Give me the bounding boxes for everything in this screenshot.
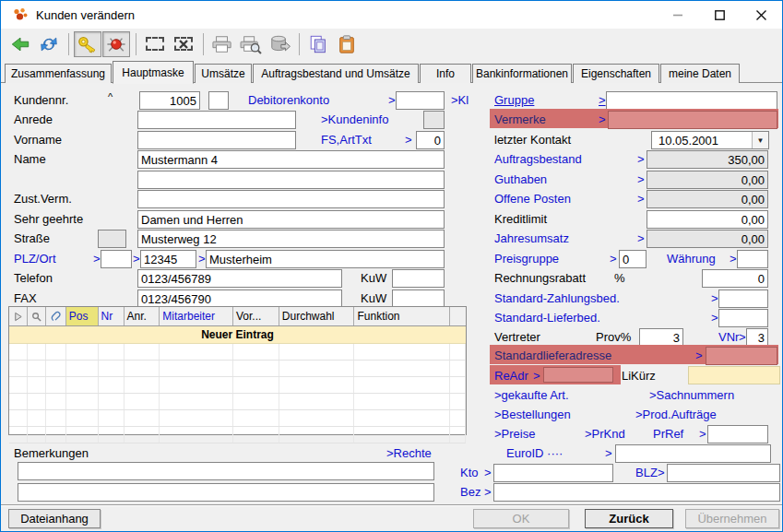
- std-lieferbed-link[interactable]: Standard-Lieferbed.: [494, 311, 600, 325]
- jump-arrow[interactable]: >: [695, 349, 703, 362]
- prov-field[interactable]: [639, 328, 683, 347]
- debitorenkonto-field[interactable]: [396, 91, 445, 110]
- grid-empty-row[interactable]: [9, 427, 466, 443]
- gruppe-link[interactable]: Gruppe: [494, 93, 534, 107]
- kto-field[interactable]: [493, 464, 613, 482]
- database-export-button[interactable]: [266, 31, 293, 57]
- jump-arrow[interactable]: >: [198, 252, 206, 266]
- grid-empty-row[interactable]: [9, 377, 466, 394]
- std-zahlungsbed-field[interactable]: [718, 290, 768, 308]
- bez-field[interactable]: [493, 483, 780, 502]
- bemerkungen-field-1[interactable]: [18, 462, 434, 480]
- jump-arrow[interactable]: >: [711, 311, 718, 325]
- grid-col-nr[interactable]: Nr: [99, 307, 125, 325]
- jump-arrow[interactable]: >: [739, 330, 746, 344]
- gruppe-field[interactable]: [606, 91, 777, 110]
- tab-auftragsbestand-und-umsaetze[interactable]: Auftragsbestand und Umsätze: [253, 64, 419, 83]
- tab-hauptmaske[interactable]: Hauptmaske: [113, 61, 194, 84]
- sachnummern-link[interactable]: >Sachnummern: [649, 388, 734, 402]
- preise-link[interactable]: >Preise: [494, 427, 535, 441]
- tab-umsaetze[interactable]: Umsätze: [195, 64, 252, 83]
- gekaufte-art-link[interactable]: >gekaufte Art.: [494, 388, 569, 402]
- grid-col-row-marker[interactable]: [9, 307, 28, 325]
- kreditlimit-field[interactable]: [647, 210, 768, 229]
- euroid-field[interactable]: [615, 444, 771, 463]
- grid-empty-row[interactable]: [9, 410, 466, 427]
- kuw-fax-field[interactable]: [392, 290, 445, 308]
- paste-record-button[interactable]: [333, 31, 361, 57]
- grid-col-funktion[interactable]: Funktion: [354, 307, 450, 325]
- blz-field[interactable]: [667, 464, 780, 482]
- vermerke-field[interactable]: [608, 111, 777, 129]
- letzter-kontakt-dropdown[interactable]: 10.05.2001 ▼: [651, 131, 769, 149]
- offene-posten-link[interactable]: Offene Posten: [494, 192, 571, 206]
- grid-empty-row[interactable]: [9, 344, 466, 361]
- debitorenkonto-link[interactable]: Debitorenkonto: [248, 93, 329, 107]
- copy-record-button[interactable]: [304, 31, 332, 57]
- jump-arrow[interactable]: >: [405, 133, 412, 147]
- grid-col-anr[interactable]: Anr.: [125, 307, 160, 325]
- fax-field[interactable]: [137, 290, 342, 308]
- jump-arrow[interactable]: >: [93, 252, 101, 266]
- waehrung-field[interactable]: [737, 250, 768, 268]
- jump-arrow[interactable]: >: [599, 112, 606, 126]
- tab-meine-daten[interactable]: meine Daten: [660, 64, 740, 83]
- jump-arrow[interactable]: >: [658, 466, 665, 479]
- grid-col-mitarbeiter[interactable]: Mitarbeiter: [160, 307, 233, 325]
- grid-empty-row[interactable]: [9, 394, 466, 410]
- maximize-button[interactable]: [699, 1, 741, 29]
- ok-button[interactable]: OK: [473, 509, 569, 528]
- standardlieferadresse-field[interactable]: [706, 347, 777, 365]
- jump-arrow[interactable]: >: [637, 192, 645, 206]
- prod-auftraege-link[interactable]: >Prod.Aufträge: [635, 408, 717, 421]
- rechte-link[interactable]: >Rechte: [386, 446, 432, 460]
- prknd-link[interactable]: >PrKnd: [585, 427, 625, 441]
- tab-eigenschaften[interactable]: Eigenschaften: [573, 64, 659, 83]
- uebernehmen-button[interactable]: Übernehmen: [685, 509, 779, 528]
- tab-bankinformationen[interactable]: Bankinformationen: [472, 64, 572, 83]
- ort-field[interactable]: [206, 250, 445, 268]
- plzort-link[interactable]: PLZ/Ort: [14, 252, 56, 266]
- bemerkungen-field-2[interactable]: [18, 483, 434, 502]
- grid-empty-row[interactable]: [9, 361, 466, 377]
- print-preview-button[interactable]: [237, 31, 265, 57]
- name2-field[interactable]: [137, 171, 445, 189]
- kuw-telefon-field[interactable]: [392, 269, 445, 288]
- print-button[interactable]: [208, 31, 236, 57]
- name-field[interactable]: [137, 150, 445, 169]
- jump-arrow[interactable]: >: [133, 252, 140, 266]
- plz-field[interactable]: [140, 250, 196, 268]
- back-button[interactable]: [6, 31, 34, 57]
- tab-zusammenfassung[interactable]: Zusammenfassung: [5, 64, 112, 83]
- grid-col-durchwahl[interactable]: Durchwahl: [279, 307, 355, 325]
- waehrung-link[interactable]: Währung: [667, 252, 716, 266]
- jump-arrow[interactable]: >: [637, 231, 645, 245]
- readr-field[interactable]: [543, 367, 613, 383]
- grid-col-pos[interactable]: Pos: [66, 307, 99, 325]
- telefon-field[interactable]: [137, 269, 342, 288]
- dropdown-arrow-icon[interactable]: ▼: [752, 132, 768, 148]
- jump-arrow[interactable]: >: [388, 93, 396, 107]
- kundennr-field[interactable]: [139, 91, 200, 110]
- kl-link[interactable]: >Kl: [451, 93, 469, 107]
- grid-col-search[interactable]: [28, 307, 46, 325]
- zustverm-field[interactable]: [137, 190, 445, 208]
- dateianhang-button[interactable]: Dateianhang: [8, 509, 101, 528]
- fsarttxt-link[interactable]: FS,ArtTxt: [321, 133, 372, 147]
- jump-arrow[interactable]: >: [699, 427, 706, 441]
- tab-info[interactable]: Info: [420, 64, 471, 83]
- key-unlock-button[interactable]: [74, 31, 101, 57]
- std-lieferbed-field[interactable]: [718, 309, 768, 327]
- jump-arrow[interactable]: >: [637, 172, 645, 186]
- kundeninfo-link[interactable]: >Kundeninfo: [321, 112, 388, 126]
- land-field[interactable]: [101, 250, 132, 268]
- preisgruppe-link[interactable]: Preisgruppe: [494, 252, 559, 266]
- close-button[interactable]: [741, 1, 782, 29]
- sehrgeehrte-field[interactable]: [137, 210, 445, 229]
- clear-selection-button[interactable]: [170, 31, 197, 57]
- jump-arrow[interactable]: >: [730, 252, 737, 266]
- fsarttxt-field[interactable]: [416, 131, 445, 149]
- grid-new-entry-row[interactable]: Neuer Eintrag: [9, 326, 466, 344]
- bestellungen-link[interactable]: >Bestellungen: [494, 408, 571, 421]
- vnr-field[interactable]: [746, 328, 768, 347]
